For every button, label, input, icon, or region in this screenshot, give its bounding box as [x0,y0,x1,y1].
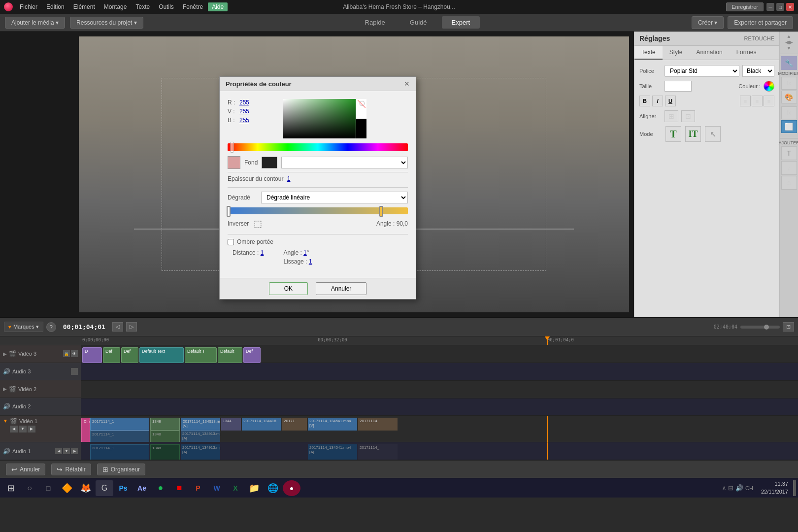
clip-v3-5[interactable]: Default T [185,347,217,363]
taskbar-icon-word[interactable]: W [208,480,226,496]
mode-text2-button[interactable]: IT [685,126,701,142]
taskbar-icon-explorer[interactable]: 📁 [245,480,263,496]
start-button[interactable]: ⊞ [2,480,20,496]
taskbar-icon-ae[interactable]: Ae [133,480,151,496]
vol-right-btn[interactable]: ▶ [28,426,35,432]
markers-dropdown[interactable]: ♥ Marques ▾ [4,322,43,332]
mode-expert-button[interactable]: Expert [442,16,480,29]
menu-element[interactable]: Elément [69,2,99,11]
ombre-checkbox[interactable] [228,239,234,245]
menu-texte[interactable]: Texte [132,2,154,11]
fx-bottom-button[interactable]: fx [781,106,797,119]
fond-preview-swatch[interactable] [228,156,240,169]
fit-timeline-button[interactable]: ⊡ [783,322,794,332]
degrade-select[interactable]: Aucun Dégradé linéaire Dégradé radial [261,192,408,203]
taskbar-icon-app2[interactable]: ■ [170,480,188,496]
tray-icon-vol[interactable]: 🔊 [735,484,743,492]
annuler-dialog-button[interactable]: Annuler [316,282,366,295]
menu-fenetre[interactable]: Fenêtre [179,2,207,11]
track-lock-button[interactable]: 🔒 [63,350,70,357]
clip-v3-4[interactable]: Default Text [139,347,184,363]
arrow-up-icon[interactable]: ▲ [787,33,792,39]
clip-v3-7[interactable]: Def [243,347,261,363]
add-media-button[interactable]: Ajouter le média ▾ [5,17,65,29]
emoji-icon[interactable]: ☺ [781,176,797,190]
vol-down-btn[interactable]: ▼ [19,426,27,432]
taskbar-icon-ps[interactable]: Ps [114,480,132,496]
clip-a1-2[interactable]: 1348 [150,444,180,460]
clip-a1-1[interactable]: 20171114_1 [90,444,149,460]
vol-left-btn[interactable]: ◀ [10,426,18,432]
tab-animation[interactable]: Animation [689,46,729,60]
organiseur-button[interactable]: ⊞ Organiseur [97,464,145,475]
task-view[interactable]: □ [39,480,57,496]
clip-a1-4[interactable]: 20171114_134541.mp4 [A] [308,444,357,460]
clip-v1-6[interactable]: 20171114_134913.mp4 [A] [181,431,220,442]
menu-edition[interactable]: Edition [42,2,68,11]
track-vol-left[interactable]: ◀ [55,448,62,454]
clip-v1-2[interactable]: 20171114_1 [90,431,149,442]
minimize-button[interactable]: ─ [766,3,774,11]
underline-button[interactable]: U [665,96,676,106]
taille-input[interactable]: 225 [665,81,692,92]
clip-v1-1[interactable]: 20171114_1 [90,418,149,431]
clip-v1-5[interactable]: 20171114_134913.mp4 [V] [181,418,220,431]
track-vol-mid[interactable]: ▼ [63,448,70,454]
menu-outils[interactable]: Outils [155,2,178,11]
next-frame-button[interactable]: ▷ [126,322,137,332]
arrows-h-icon[interactable]: ◀▶ [785,39,793,45]
clip-v1-3[interactable]: 1348 [150,418,180,431]
clip-a1-5[interactable]: 20171114_ [358,444,398,460]
track-vol-right[interactable]: ▶ [71,448,78,454]
create-button[interactable]: Créer ▾ [692,16,724,29]
menu-montage[interactable]: Montage [100,2,131,11]
color-picker-button[interactable] [764,81,774,92]
menu-fichier[interactable]: Fichier [16,2,41,11]
tab-formes[interactable]: Formes [730,46,764,60]
maximize-button[interactable]: □ [776,3,784,11]
tray-arrow[interactable]: ∧ [722,485,726,491]
taskbar-search[interactable]: ○ [21,480,38,496]
font-style-select[interactable]: Black [742,65,774,77]
arrow-down-icon[interactable]: ▼ [787,45,792,51]
align-left-button[interactable]: ≡ [740,96,751,106]
align-center-button[interactable]: ≡ [752,96,763,106]
menu-aide[interactable]: Aide [208,2,228,11]
italic-button[interactable]: I [652,96,663,106]
track-expand-icon[interactable]: ▶ [3,351,7,357]
taskbar-icon-spotify[interactable]: ● [152,480,169,496]
angle2-value-link[interactable]: 1 [303,249,307,256]
r-value-link[interactable]: 255 [239,99,249,106]
paint-icon[interactable]: 🎨 [781,91,797,103]
tab-texte[interactable]: Texte [634,46,663,60]
clip-v1-8[interactable]: 20171114_134418 [242,418,281,431]
clip-v1-7[interactable]: 1344 [221,418,241,431]
align-v-button[interactable]: ⊡ [681,110,695,122]
clip-v3-2[interactable]: Def [103,347,120,363]
clip-v1-10[interactable]: 20171114_134541.mp4 [V] [308,418,357,431]
police-select[interactable]: Poplar Std [665,65,739,77]
color-gradient-picker[interactable] [283,99,366,138]
epaisseur-value-link[interactable]: 1 [287,175,291,182]
ok-button[interactable]: OK [269,282,308,295]
degrade-stop-left[interactable] [227,206,231,217]
close-button[interactable]: ✕ [786,3,794,11]
tray-icon-net[interactable]: ⊟ [728,484,733,492]
mode-move-button[interactable]: ↖ [705,126,721,142]
taskbar-icon-ppt[interactable]: P [189,480,207,496]
clip-a1-3[interactable]: 20171114_134913.mp4 [A] [181,444,220,460]
mode-rapid-button[interactable]: Rapide [355,16,395,29]
mode-text-button[interactable]: T [665,126,681,142]
timeline-zoom-slider[interactable] [740,326,780,329]
b-value-link[interactable]: 255 [239,117,249,124]
clip-v1-11[interactable]: 20171114 [358,418,398,431]
fond-select[interactable] [281,157,408,168]
track-mute3-button[interactable] [71,368,78,375]
degrade-bar[interactable] [228,207,408,214]
tray-icon-lang[interactable]: CH [745,485,753,491]
taskbar-icon-firefox[interactable]: 🦊 [77,480,95,496]
v-value-link[interactable]: 255 [239,108,249,115]
inverser-icon[interactable]: ⬚ [254,218,262,229]
wrench-icon[interactable]: 🔧 [781,56,797,70]
export-button[interactable]: Exporter et partager [728,16,793,29]
